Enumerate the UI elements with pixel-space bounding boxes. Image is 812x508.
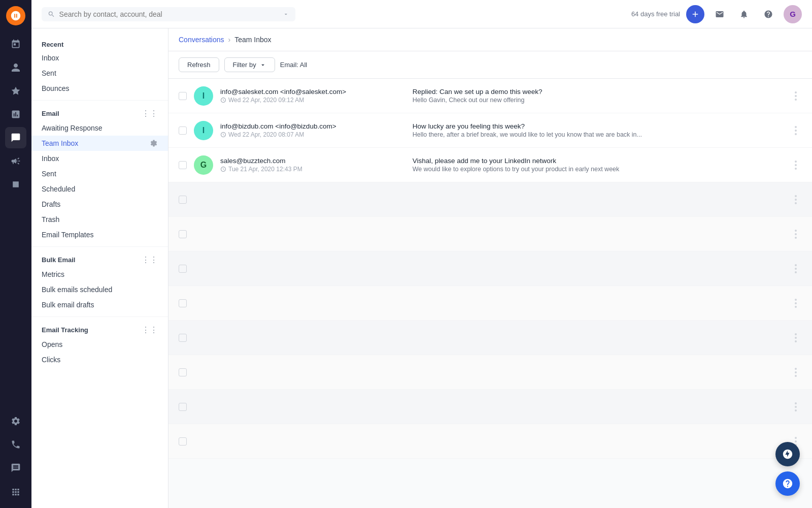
sidebar-header-actions: ⋮⋮ (142, 109, 158, 118)
table-row[interactable]: I info@bizdub.com <info@bizdub.com> Wed … (168, 113, 812, 148)
table-row (168, 355, 812, 390)
row-checkbox-5[interactable] (179, 230, 187, 238)
row-checkbox-1[interactable] (179, 92, 187, 100)
refresh-button[interactable]: Refresh (179, 57, 219, 72)
nav-campaigns-icon[interactable] (5, 150, 26, 172)
filter-chevron-icon (259, 61, 266, 69)
email-button[interactable] (710, 5, 729, 23)
sidebar-email-tracking-header: Email Tracking (42, 326, 88, 334)
email-date-2: Wed 22 Apr, 2020 08:07 AM (220, 131, 405, 138)
more-actions-2[interactable] (790, 124, 802, 137)
email-list: I info@salesket.com <info@salesket.com> … (168, 79, 812, 459)
app-logo[interactable] (6, 6, 25, 25)
help-fab-button[interactable] (775, 471, 800, 496)
email-subject-3: Vishal, please add me to your LinkedIn n… (413, 157, 783, 165)
sidebar-item-bounces-recent[interactable]: Bounces (31, 81, 168, 96)
nav-calendar-icon[interactable] (5, 34, 26, 55)
more-actions-10[interactable] (790, 401, 802, 413)
row-checkbox-4[interactable] (179, 196, 187, 204)
sidebar-item-trash[interactable]: Trash (31, 212, 168, 227)
sidebar-item-clicks[interactable]: Clicks (31, 352, 168, 367)
row-checkbox-9[interactable] (179, 368, 187, 376)
email-meta-2: info@bizdub.com <info@bizdub.com> Wed 22… (220, 122, 405, 138)
breadcrumb-link[interactable]: Conversations (179, 36, 224, 44)
user-avatar[interactable]: G (784, 5, 802, 23)
row-checkbox-3[interactable] (179, 161, 187, 169)
email-preview-3: Vishal, please add me to your LinkedIn n… (413, 157, 783, 173)
nav-chat-icon[interactable] (5, 457, 26, 479)
search-icon (48, 10, 55, 18)
sidebar-bulk-email-header: Bulk Email (42, 256, 75, 264)
more-actions-6[interactable] (790, 263, 802, 275)
nav-phone-icon[interactable] (5, 434, 26, 455)
email-preview-1: Replied: Can we set up a demo this week?… (413, 88, 783, 104)
notifications-bell-button[interactable] (735, 5, 753, 23)
sidebar-item-sent-recent[interactable]: Sent (31, 66, 168, 81)
row-checkbox-6[interactable] (179, 265, 187, 273)
nav-settings-icon[interactable] (5, 410, 26, 432)
email-preview-2: How lucky are you feeling this week? Hel… (413, 122, 783, 138)
sidebar-tracking-drag-icon[interactable]: ⋮⋮ (142, 325, 158, 335)
help-button[interactable] (759, 5, 777, 23)
search-area[interactable] (42, 7, 295, 21)
sidebar-item-awaiting-response[interactable]: Awaiting Response (31, 120, 168, 136)
more-actions-5[interactable] (790, 228, 802, 240)
email-body-2: Hello there, after a brief break, we wou… (413, 131, 783, 138)
search-input[interactable] (59, 10, 279, 18)
sidebar-item-opens[interactable]: Opens (31, 337, 168, 352)
nav-analytics-icon[interactable] (5, 104, 26, 125)
search-dropdown-icon[interactable] (283, 11, 289, 18)
top-header: 64 days free trial G (31, 0, 812, 28)
table-row (168, 251, 812, 286)
sidebar-item-inbox-recent[interactable]: Inbox (31, 50, 168, 66)
add-button[interactable] (686, 5, 704, 23)
row-checkbox-10[interactable] (179, 403, 187, 411)
row-checkbox-11[interactable] (179, 437, 187, 446)
filter-button[interactable]: Filter by (224, 57, 275, 72)
more-actions-3[interactable] (790, 159, 802, 171)
more-actions-1[interactable] (790, 90, 802, 102)
sidebar-item-scheduled[interactable]: Scheduled (31, 181, 168, 197)
breadcrumb: Conversations › Team Inbox (168, 28, 812, 51)
avatar: G (194, 155, 213, 175)
sidebar-item-bulk-emails-scheduled[interactable]: Bulk emails scheduled (31, 282, 168, 297)
toolbar: Refresh Filter by Email: All (168, 51, 812, 79)
email-from-1: info@salesket.com <info@salesket.com> (220, 88, 405, 96)
more-actions-9[interactable] (790, 366, 802, 378)
avatar: I (194, 121, 213, 140)
fab-container (775, 442, 800, 496)
email-body-1: Hello Gavin, Check out our new offering (413, 97, 783, 104)
more-actions-4[interactable] (790, 194, 802, 206)
sidebar-item-email-templates[interactable]: Email Templates (31, 227, 168, 242)
row-checkbox-2[interactable] (179, 126, 187, 135)
nav-grid-icon[interactable] (5, 481, 26, 502)
row-checkbox-7[interactable] (179, 299, 187, 307)
sidebar-drag-icon[interactable]: ⋮⋮ (142, 109, 158, 118)
nav-conversations-icon[interactable] (5, 127, 26, 148)
nav-contacts-icon[interactable] (5, 57, 26, 78)
sidebar-item-metrics[interactable]: Metrics (31, 267, 168, 282)
table-row (168, 182, 812, 217)
header-right: 64 days free trial G (631, 5, 802, 23)
nav-reports-icon[interactable] (5, 174, 26, 195)
breadcrumb-current: Team Inbox (234, 36, 271, 44)
row-checkbox-8[interactable] (179, 334, 187, 342)
freshdesk-fab-button[interactable] (775, 442, 800, 466)
sidebar-item-sent-email[interactable]: Sent (31, 166, 168, 181)
email-meta-1: info@salesket.com <info@salesket.com> We… (220, 88, 405, 104)
email-from-2: info@bizdub.com <info@bizdub.com> (220, 122, 405, 130)
team-inbox-gear-icon[interactable] (150, 139, 158, 147)
sidebar-item-inbox-email[interactable]: Inbox (31, 151, 168, 166)
table-row[interactable]: G sales@buzztech.com Tue 21 Apr, 2020 12… (168, 148, 812, 182)
sidebar-item-bulk-email-drafts[interactable]: Bulk email drafts (31, 297, 168, 312)
nav-deals-icon[interactable] (5, 80, 26, 102)
email-from-3: sales@buzztech.com (220, 157, 405, 165)
sidebar-item-drafts[interactable]: Drafts (31, 197, 168, 212)
icon-nav (0, 0, 31, 508)
more-actions-8[interactable] (790, 332, 802, 344)
sidebar: Recent Inbox Sent Bounces Email ⋮⋮ Await… (31, 28, 168, 508)
more-actions-7[interactable] (790, 297, 802, 309)
table-row[interactable]: I info@salesket.com <info@salesket.com> … (168, 79, 812, 113)
sidebar-bulk-drag-icon[interactable]: ⋮⋮ (142, 255, 158, 265)
sidebar-item-team-inbox[interactable]: Team Inbox (31, 136, 168, 151)
